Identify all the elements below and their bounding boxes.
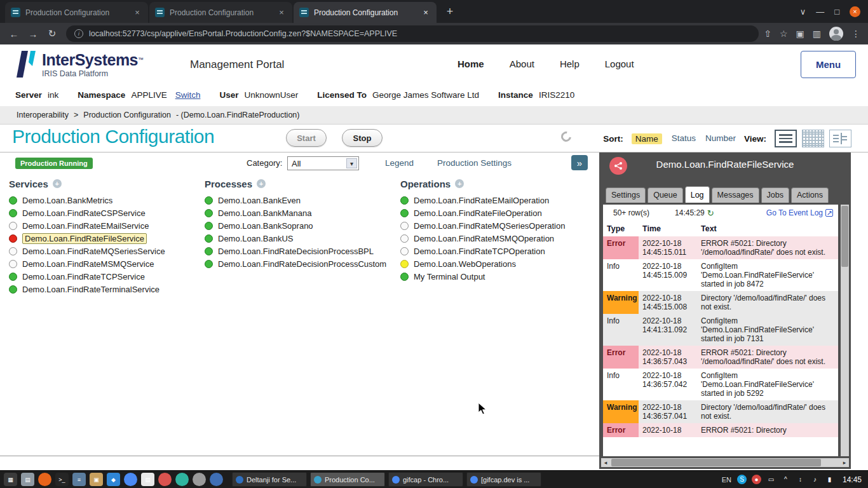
config-item[interactable]: My Terminal Output <box>400 270 591 283</box>
browser-menu-kebab-icon[interactable]: ⋮ <box>851 29 860 39</box>
log-row[interactable]: Info 2022-10-18 14:36:57.042 ConfigItem … <box>603 369 838 400</box>
office-icon[interactable]: ▤ <box>141 473 154 486</box>
config-item[interactable]: Demo.Loan.FindRateFileOperation <box>400 207 591 219</box>
config-item[interactable]: Demo.Loan.BankMetrics <box>9 194 200 207</box>
close-window-icon[interactable]: × <box>850 6 860 17</box>
side-panel-icon[interactable]: ▥ <box>813 29 821 39</box>
taskbar-window-button[interactable]: Deltanji for Se... <box>232 472 307 487</box>
switch-namespace-link[interactable]: Switch <box>175 90 201 100</box>
config-item[interactable]: Demo.Loan.FindRateFileService <box>9 232 200 245</box>
production-settings-link[interactable]: Production Settings <box>437 158 512 168</box>
sort-option[interactable]: Number <box>705 133 736 144</box>
config-item[interactable]: Demo.Loan.WebOperations <box>400 257 591 270</box>
tab-search-chevron-icon[interactable]: ∨ <box>800 7 806 17</box>
settings-icon[interactable] <box>193 473 206 486</box>
panel-tab[interactable]: Queue <box>648 187 683 203</box>
category-select[interactable]: All ▾ <box>287 156 359 170</box>
log-row[interactable]: Warning 2022-10-18 14:45:15.008 Director… <box>603 291 838 314</box>
view-rows-icon[interactable] <box>775 130 797 147</box>
config-item[interactable]: Demo.Loan.FindRateTCPOperation <box>400 245 591 257</box>
log-row[interactable]: Info 2022-10-18 14:41:31.092 ConfigItem … <box>603 314 838 346</box>
maximize-icon[interactable]: □ <box>834 7 839 17</box>
vscode-icon[interactable]: ◆ <box>107 473 120 486</box>
firefox-icon[interactable] <box>38 473 51 486</box>
chrome-icon[interactable] <box>124 473 137 486</box>
terminal-icon[interactable]: >_ <box>55 473 69 486</box>
add-process-icon[interactable]: + <box>257 179 266 188</box>
go-to-event-log-link[interactable]: Go To Event Log ↗ <box>766 208 833 217</box>
tab-close-icon[interactable]: × <box>132 8 142 18</box>
refresh-icon[interactable]: ↻ <box>707 208 714 218</box>
config-item[interactable]: Demo.Loan.BankUS <box>205 232 395 245</box>
add-operation-icon[interactable]: + <box>455 179 464 188</box>
messaging-icon[interactable] <box>175 473 189 486</box>
scroll-right-icon[interactable]: ▸ <box>840 459 849 466</box>
forward-icon[interactable]: → <box>24 25 42 43</box>
back-icon[interactable]: ← <box>5 25 23 43</box>
expand-panel-icon[interactable]: » <box>571 155 588 170</box>
display-icon[interactable]: ▭ <box>766 475 776 484</box>
media-player-icon[interactable] <box>158 473 172 486</box>
skype-icon[interactable]: S <box>737 475 747 484</box>
text-editor-icon[interactable]: ≡ <box>72 473 86 486</box>
log-row[interactable]: Error 2022-10-18 14:36:57.043 ERROR #502… <box>603 346 838 369</box>
reload-icon[interactable]: ↻ <box>43 25 61 43</box>
panel-horizontal-scrollbar[interactable]: ◂ ▸ <box>601 458 849 467</box>
config-item[interactable]: Demo.Loan.FindRateDecisionProcessCustom <box>205 257 395 270</box>
sort-option[interactable]: Status <box>672 133 696 144</box>
panel-vertical-scrollbar[interactable] <box>841 205 849 456</box>
power-icon[interactable]: ▮ <box>825 475 834 484</box>
log-row[interactable]: Warning 2022-10-18 14:36:57.041 Director… <box>603 400 838 423</box>
browser-tab[interactable]: Production Configuration × <box>5 2 148 23</box>
config-item[interactable]: Demo.Loan.BankManana <box>205 207 395 219</box>
config-item[interactable]: Demo.Loan.FindRateTCPService <box>9 270 200 283</box>
network-icon[interactable]: ↕ <box>796 475 805 484</box>
config-item[interactable]: Demo.Loan.FindRateDecisionProcessBPL <box>205 245 395 257</box>
config-item[interactable]: Demo.Loan.FindRateMSMQOperation <box>400 232 591 245</box>
address-bar[interactable]: i localhost:52773/csp/applive/EnsPortal.… <box>66 25 759 42</box>
panel-tab[interactable]: Jobs <box>761 187 789 203</box>
config-item[interactable]: Demo.Loan.FindRateMSMQService <box>9 257 200 270</box>
log-row[interactable]: Error 2022-10-18 14:45:15.011 ERROR #502… <box>603 236 838 259</box>
start-button[interactable]: Start <box>286 129 327 147</box>
add-service-icon[interactable]: + <box>53 179 62 188</box>
screen-recorder-icon[interactable]: ● <box>752 475 761 484</box>
scroll-left-icon[interactable]: ◂ <box>601 459 610 466</box>
breadcrumb-production-configuration[interactable]: Production Configuration <box>83 111 171 119</box>
stop-button[interactable]: Stop <box>342 129 383 147</box>
taskbar-window-button[interactable]: Production Co... <box>310 472 385 487</box>
new-tab-button[interactable]: + <box>442 3 458 20</box>
nav-link[interactable]: Logout <box>605 58 634 69</box>
view-split-icon[interactable] <box>829 130 851 147</box>
view-grid-icon[interactable] <box>802 130 824 147</box>
tab-close-icon[interactable]: × <box>421 8 431 18</box>
minimize-icon[interactable]: — <box>816 7 824 17</box>
keyboard-layout-indicator[interactable]: EN <box>722 476 731 484</box>
extensions-icon[interactable]: ▣ <box>796 29 804 39</box>
profile-avatar[interactable] <box>829 27 843 41</box>
sort-option[interactable]: Name <box>632 133 662 144</box>
file-manager-icon[interactable]: ▤ <box>21 473 34 486</box>
site-info-icon[interactable]: i <box>74 29 83 38</box>
log-row[interactable]: Error 2022-10-18 ERROR #5021: Directory <box>603 423 838 437</box>
archive-icon[interactable]: ▣ <box>90 473 103 486</box>
log-row[interactable]: Info 2022-10-18 14:45:15.009 ConfigItem … <box>603 259 838 291</box>
taskbar-window-button[interactable]: gifcap - Chro... <box>388 472 463 487</box>
panel-tab[interactable]: Settings <box>606 187 646 203</box>
nav-link[interactable]: About <box>510 58 534 69</box>
config-item[interactable]: Demo.Loan.FindRateMQSeriesOperation <box>400 219 591 232</box>
legend-link[interactable]: Legend <box>385 158 414 168</box>
nav-link[interactable]: Home <box>458 58 484 69</box>
breadcrumb-interoperability[interactable]: Interoperability <box>17 111 69 119</box>
config-item[interactable]: Demo.Loan.FindRateTerminalService <box>9 283 200 295</box>
nav-link[interactable]: Help <box>560 58 580 69</box>
config-item[interactable]: Demo.Loan.FindRateEMailService <box>9 219 200 232</box>
config-item[interactable]: Demo.Loan.FindRateCSPService <box>9 207 200 219</box>
tab-close-icon[interactable]: × <box>276 8 287 18</box>
config-item[interactable]: Demo.Loan.BankSoprano <box>205 219 395 232</box>
up-caret-icon[interactable]: ^ <box>781 475 790 484</box>
volume-icon[interactable]: ♪ <box>810 475 820 484</box>
clock[interactable]: 14:45 <box>843 475 862 484</box>
scrollbar-thumb[interactable] <box>611 459 821 466</box>
taskbar-window-button[interactable]: [gifcap.dev is ... <box>466 472 541 487</box>
